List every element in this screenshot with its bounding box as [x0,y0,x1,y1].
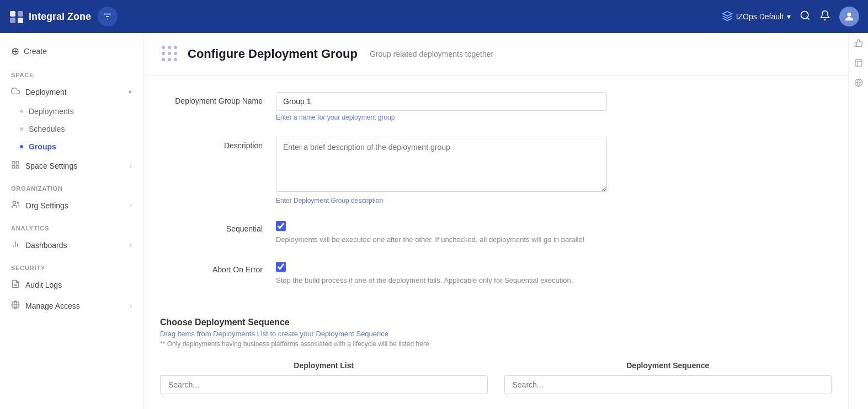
create-icon: ⊕ [11,45,19,57]
form-area: Deployment Group Name Enter a name for y… [143,76,848,317]
search-nav-icon[interactable] [800,10,811,24]
section-space-label: SPACE [0,63,143,82]
topnav-left: Integral Zone [9,7,118,26]
sequential-desc: Deployments will be executed one after t… [276,234,607,245]
create-button[interactable]: ⊕ Create [0,40,143,63]
topnav-right: IZOps Default ▾ [722,7,859,26]
deployment-chevron-icon: ▾ [129,88,132,96]
chart-icon [11,240,20,251]
access-icon [11,300,20,311]
audit-icon [11,279,20,290]
sequential-checkbox-wrap [276,220,607,231]
sequence-section: Choose Deployment Sequence Drag items fr… [143,317,848,405]
manage-access-chevron-icon: › [130,302,132,310]
space-settings-label: Space Settings [25,162,77,170]
svg-rect-13 [12,165,15,168]
sequence-drag-hint: Drag items from Deployments List to crea… [160,330,832,338]
group-name-control-wrap: Enter a name for your deployment group [276,92,607,121]
group-name-label: Deployment Group Name [166,92,276,105]
filter-button[interactable] [98,7,118,26]
page-title: Configure Deployment Group [188,47,358,61]
sequential-group: Sequential Deployments will be executed … [166,220,826,245]
deployment-sequence-search[interactable] [504,375,832,394]
group-name-hint: Enter a name for your deployment group [276,114,607,121]
groups-dot [20,145,23,148]
description-textarea[interactable] [276,137,607,192]
sidebar-item-schedules[interactable]: Schedules [0,120,143,138]
deployments-dot [20,110,23,113]
notification-icon[interactable] [819,10,830,24]
svg-rect-11 [12,162,15,164]
audit-logs-label: Audit Logs [25,281,62,289]
svg-line-9 [807,17,810,19]
section-analytics-label: ANALYTICS [0,216,143,235]
main-content: Configure Deployment Group Group related… [143,33,848,409]
group-name-group: Deployment Group Name Enter a name for y… [166,92,826,121]
sidebar-item-deployment[interactable]: Deployment ▾ [0,82,143,103]
svg-rect-14 [16,165,19,168]
right-panel [848,33,868,409]
group-name-input[interactable] [276,92,607,111]
sequential-label: Sequential [166,220,276,233]
svg-point-16 [17,202,19,203]
workspace-selector[interactable]: IZOps Default ▾ [722,10,791,23]
sidebar-item-space-settings[interactable]: Space Settings › [0,155,143,176]
abort-label: Abort On Error [166,261,276,274]
sidebar-deployment-label: Deployment [25,88,67,96]
org-settings-chevron-icon: › [130,202,132,209]
user-avatar[interactable] [839,7,859,26]
sequence-columns: Deployment List Deployment Sequence [160,357,832,394]
right-panel-icon-1[interactable] [854,39,863,50]
abort-desc: Stop the build process if one of the dep… [276,275,607,286]
sidebar-item-manage-access[interactable]: Manage Access › [0,295,143,316]
sidebar-item-org-settings[interactable]: Org Settings › [0,195,143,216]
sequence-title: Choose Deployment Sequence [160,317,832,327]
abort-checkbox[interactable] [276,262,286,272]
sidebar-item-groups[interactable]: Groups [0,138,143,155]
topnav: Integral Zone IZOps Default ▾ [0,0,868,33]
groups-label: Groups [29,142,56,151]
description-hint: Enter Deployment Group description [276,197,607,204]
page-header: Configure Deployment Group Group related… [143,33,848,76]
org-settings-label: Org Settings [25,201,68,210]
deployment-sequence-header: Deployment Sequence [504,357,832,375]
svg-rect-2 [10,18,15,23]
abort-group: Abort On Error Stop the build process if… [166,261,826,286]
workspace-label: IZOps Default [736,12,784,21]
deployments-label: Deployments [29,107,74,116]
svg-rect-1 [18,11,23,17]
org-icon [11,200,20,211]
create-label: Create [24,47,47,56]
svg-point-8 [801,11,808,18]
sidebar-item-deployments[interactable]: Deployments [0,103,143,120]
sequential-control-wrap: Deployments will be executed one after t… [276,220,607,245]
schedules-label: Schedules [29,125,65,133]
app-name: Integral Zone [29,11,91,23]
description-label: Description [166,137,276,150]
sequential-checkbox[interactable] [276,221,286,231]
cloud-icon [11,87,20,98]
right-panel-icon-3[interactable] [854,78,863,89]
sidebar: ⊕ Create SPACE Deployment ▾ Deployments … [0,33,143,409]
svg-point-10 [847,13,851,17]
sidebar-item-audit-logs[interactable]: Audit Logs [0,275,143,295]
svg-marker-7 [722,11,732,15]
deployment-list-header: Deployment List [160,357,488,375]
abort-control-wrap: Stop the build process if one of the dep… [276,261,607,286]
dashboards-label: Dashboards [25,241,67,250]
section-security-label: SECURITY [0,256,143,275]
deployment-list-search[interactable] [160,375,488,394]
manage-access-label: Manage Access [25,302,80,310]
svg-rect-12 [16,162,19,164]
workspace-chevron-icon: ▾ [787,12,791,21]
deployment-sequence-col: Deployment Sequence [504,357,832,394]
page-subtitle: Group related deployments together [370,50,493,58]
schedules-dot [20,127,23,131]
sidebar-item-dashboards[interactable]: Dashboards › [0,235,143,256]
svg-point-15 [13,201,15,204]
right-panel-icon-2[interactable] [854,58,863,69]
deployment-list-col: Deployment List [160,357,488,394]
abort-checkbox-wrap [276,261,607,272]
space-settings-icon [11,160,20,171]
workspace-icon [722,10,733,23]
